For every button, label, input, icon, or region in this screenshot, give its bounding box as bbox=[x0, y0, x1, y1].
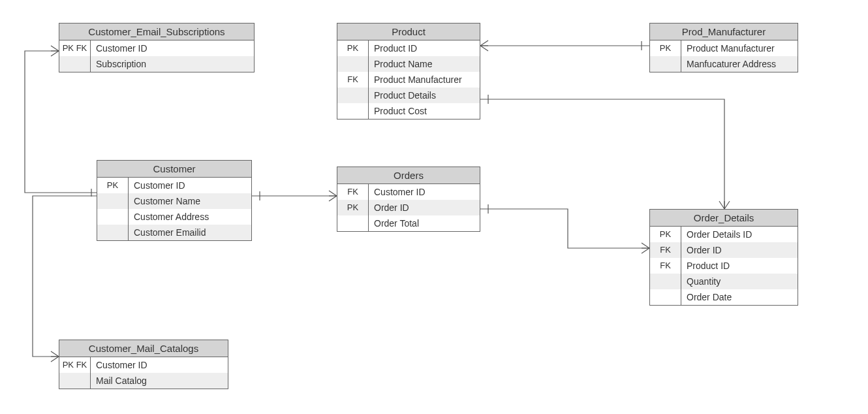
table-row: PK Product ID bbox=[337, 40, 480, 56]
key-cell: FK bbox=[337, 184, 369, 200]
entity-title: Customer_Mail_Catalogs bbox=[59, 340, 228, 357]
attr-cell: Customer Name bbox=[129, 193, 251, 209]
attr-cell: Customer ID bbox=[91, 357, 228, 373]
attr-cell: Product Cost bbox=[369, 103, 480, 119]
key-cell bbox=[650, 56, 681, 72]
attr-cell: Subscription bbox=[91, 56, 254, 72]
table-row: PK Customer ID bbox=[97, 178, 251, 193]
attr-cell: Product Name bbox=[369, 56, 480, 72]
table-row: Order Date bbox=[650, 289, 798, 305]
attr-cell: Customer ID bbox=[91, 40, 254, 56]
key-cell: FK bbox=[337, 72, 369, 88]
table-row: PK Order Details ID bbox=[650, 227, 798, 242]
attr-cell: Order Total bbox=[369, 215, 480, 231]
attr-cell: Order ID bbox=[369, 200, 480, 215]
table-row: FK Product ID bbox=[650, 258, 798, 274]
entity-customer[interactable]: Customer PK Customer ID Customer Name Cu… bbox=[97, 160, 252, 241]
attr-cell: Customer ID bbox=[129, 178, 251, 193]
table-row: Customer Name bbox=[97, 193, 251, 209]
table-row: Customer Address bbox=[97, 209, 251, 225]
key-cell: PK FK bbox=[59, 40, 91, 56]
attr-cell: Quantity bbox=[681, 274, 798, 289]
table-row: FK Order ID bbox=[650, 242, 798, 258]
key-cell: PK bbox=[650, 227, 681, 242]
table-row: PK FK Customer ID bbox=[59, 40, 254, 56]
key-cell: PK bbox=[337, 40, 369, 56]
table-row: Mail Catalog bbox=[59, 373, 228, 389]
entity-prod-manufacturer[interactable]: Prod_Manufacturer PK Product Manufacture… bbox=[649, 23, 798, 72]
attr-cell: Customer Emailid bbox=[129, 225, 251, 240]
key-cell bbox=[59, 373, 91, 389]
table-row: Customer Emailid bbox=[97, 225, 251, 240]
entity-title: Order_Details bbox=[650, 210, 798, 227]
attr-cell: Manfucaturer Address bbox=[681, 56, 798, 72]
key-cell: PK bbox=[337, 200, 369, 215]
table-row: FK Product Manufacturer bbox=[337, 72, 480, 88]
attr-cell: Product Manufacturer bbox=[681, 40, 798, 56]
key-cell bbox=[337, 215, 369, 231]
entity-title: Orders bbox=[337, 167, 480, 184]
table-row: Product Cost bbox=[337, 103, 480, 119]
attr-cell: Customer Address bbox=[129, 209, 251, 225]
key-cell bbox=[97, 225, 129, 240]
attr-cell: Order ID bbox=[681, 242, 798, 258]
table-row: PK Order ID bbox=[337, 200, 480, 215]
attr-cell: Mail Catalog bbox=[91, 373, 228, 389]
table-row: Product Name bbox=[337, 56, 480, 72]
key-cell bbox=[97, 193, 129, 209]
entity-order-details[interactable]: Order_Details PK Order Details ID FK Ord… bbox=[649, 209, 798, 306]
entity-customer-email-subscriptions[interactable]: Customer_Email_Subscriptions PK FK Custo… bbox=[59, 23, 255, 72]
entity-title: Product bbox=[337, 24, 480, 40]
table-row: Subscription bbox=[59, 56, 254, 72]
entity-title: Customer_Email_Subscriptions bbox=[59, 24, 254, 40]
key-cell: PK bbox=[650, 40, 681, 56]
table-row: PK Product Manufacturer bbox=[650, 40, 798, 56]
attr-cell: Product Details bbox=[369, 88, 480, 103]
entity-orders[interactable]: Orders FK Customer ID PK Order ID Order … bbox=[337, 167, 480, 232]
key-cell bbox=[337, 56, 369, 72]
table-row: PK FK Customer ID bbox=[59, 357, 228, 373]
key-cell bbox=[650, 289, 681, 305]
key-cell bbox=[650, 274, 681, 289]
attr-cell: Customer ID bbox=[369, 184, 480, 200]
table-row: FK Customer ID bbox=[337, 184, 480, 200]
attr-cell: Product ID bbox=[369, 40, 480, 56]
key-cell: PK FK bbox=[59, 357, 91, 373]
key-cell: FK bbox=[650, 258, 681, 274]
entity-title: Customer bbox=[97, 161, 251, 178]
table-row: Product Details bbox=[337, 88, 480, 103]
key-cell: PK bbox=[97, 178, 129, 193]
table-row: Order Total bbox=[337, 215, 480, 231]
attr-cell: Product Manufacturer bbox=[369, 72, 480, 88]
entity-title: Prod_Manufacturer bbox=[650, 24, 798, 40]
key-cell: FK bbox=[650, 242, 681, 258]
attr-cell: Product ID bbox=[681, 258, 798, 274]
attr-cell: Order Date bbox=[681, 289, 798, 305]
key-cell bbox=[59, 56, 91, 72]
table-row: Quantity bbox=[650, 274, 798, 289]
entity-product[interactable]: Product PK Product ID Product Name FK Pr… bbox=[337, 23, 480, 119]
table-row: Manfucaturer Address bbox=[650, 56, 798, 72]
key-cell bbox=[337, 88, 369, 103]
attr-cell: Order Details ID bbox=[681, 227, 798, 242]
entity-customer-mail-catalogs[interactable]: Customer_Mail_Catalogs PK FK Customer ID… bbox=[59, 340, 228, 389]
er-diagram-canvas: Customer_Email_Subscriptions PK FK Custo… bbox=[0, 0, 868, 414]
key-cell bbox=[97, 209, 129, 225]
key-cell bbox=[337, 103, 369, 119]
